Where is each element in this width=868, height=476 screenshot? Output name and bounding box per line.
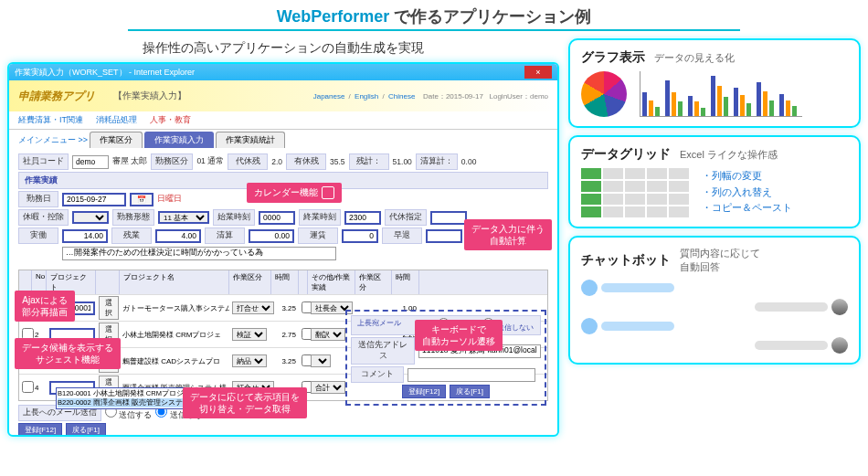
back-button[interactable]: 戻る[F1] <box>66 423 106 437</box>
callout-cursor: キーボードで 自動カーソル遷移 <box>415 320 503 351</box>
window-title: 作業実績入力（WORK_SET） - Internet Explorer <box>15 67 195 79</box>
weekday: 日曜日 <box>157 194 182 205</box>
card-chart: グラフ表示 データの見える化 <box>568 38 861 128</box>
workdate-input[interactable] <box>62 193 126 206</box>
end-input[interactable] <box>344 211 381 225</box>
subtitle: 操作性の高いアプリケーションの自動生成を実現 <box>7 40 559 57</box>
tab-workinput[interactable]: 作業実績入力 <box>144 132 214 148</box>
back2-button[interactable]: 戻る[F1] <box>450 385 490 398</box>
callout-autocalc: データ入力に伴う 自動計算 <box>464 219 552 250</box>
user-avatar-icon <box>581 280 598 296</box>
leave-select[interactable] <box>72 211 109 224</box>
lang-cn[interactable]: Chinese <box>388 92 415 100</box>
emp-label: 社員コード <box>18 153 69 170</box>
window-titlebar: 作業実績入力（WORK_SET） - Internet Explorer × <box>9 64 557 80</box>
early-input[interactable] <box>426 229 462 243</box>
user-avatar-icon <box>581 318 598 334</box>
register-button[interactable]: 登録[F12] <box>18 423 62 437</box>
start-input[interactable] <box>259 211 295 225</box>
calendar-icon <box>322 186 334 199</box>
actual-input[interactable] <box>62 229 108 243</box>
pie-chart-icon <box>581 71 627 117</box>
app-banner: 申請業務アプリ 【作業実績入力】 Japanese / English / Ch… <box>9 80 557 111</box>
screen-name: 【作業実績入力】 <box>113 90 186 102</box>
bot-avatar-icon <box>831 337 848 354</box>
register2-button[interactable]: 登録[F12] <box>402 385 446 398</box>
tab-workclass[interactable]: 作業区分 <box>90 132 143 148</box>
sub-input[interactable] <box>430 211 467 225</box>
callout-ajax: Ajaxによる 部分再描画 <box>15 291 75 322</box>
card-chatbot: チャットボット 質問内容に応じて 自動回答 <box>568 236 861 365</box>
tab-expense[interactable]: 経費清算・IT関連 <box>18 114 83 126</box>
tab-supplies[interactable]: 消耗品処理 <box>96 114 137 126</box>
bar-chart-icon <box>640 71 802 117</box>
chat-preview <box>581 280 848 354</box>
page-title: WebPerformer で作るアプリケーション例 <box>0 0 868 29</box>
bot-avatar-icon <box>831 299 848 315</box>
mailcmt-input[interactable] <box>408 368 535 382</box>
ot-input[interactable] <box>155 229 201 243</box>
sub-tabs: メインメニュー >> 作業区分 作業実績入力 作業実績統計 <box>9 130 557 148</box>
top-tabs: 経費清算・IT関連 消耗品処理 人事・教育 <box>9 111 557 130</box>
fare-input[interactable] <box>342 229 378 243</box>
callout-switch: データに応じて表示項目を 切り替え・データ取得 <box>183 387 307 418</box>
lang-jp[interactable]: Japanese <box>313 92 345 100</box>
title-rule <box>128 29 740 31</box>
app-name: 申請業務アプリ <box>18 89 95 104</box>
shift-select[interactable]: 11 基本 <box>158 211 209 224</box>
adj-input[interactable] <box>249 229 294 243</box>
emp-input[interactable] <box>72 155 109 169</box>
comment-input[interactable] <box>62 247 336 260</box>
lang-en[interactable]: English <box>355 92 378 100</box>
grid-features: ・列幅の変更 ・列の入れ替え ・コピー＆ペースト <box>702 168 792 217</box>
breadcrumb[interactable]: メインメニュー >> <box>18 134 88 146</box>
app-window: 作業実績入力（WORK_SET） - Internet Explorer × 申… <box>7 62 559 437</box>
calendar-button[interactable]: 📅 <box>130 193 153 206</box>
callout-calendar: カレンダー機能 <box>247 183 342 203</box>
grid-icon <box>581 168 689 217</box>
card-grid: データグリッド Excel ライクな操作感 ・列幅の変更 ・列の入れ替え ・コピ… <box>568 135 861 228</box>
tab-hr[interactable]: 人事・教育 <box>150 114 191 126</box>
tab-workstats[interactable]: 作業実績統計 <box>216 132 285 148</box>
close-icon[interactable]: × <box>524 66 552 79</box>
callout-suggest: データ候補を表示する サジェスト機能 <box>15 338 121 369</box>
